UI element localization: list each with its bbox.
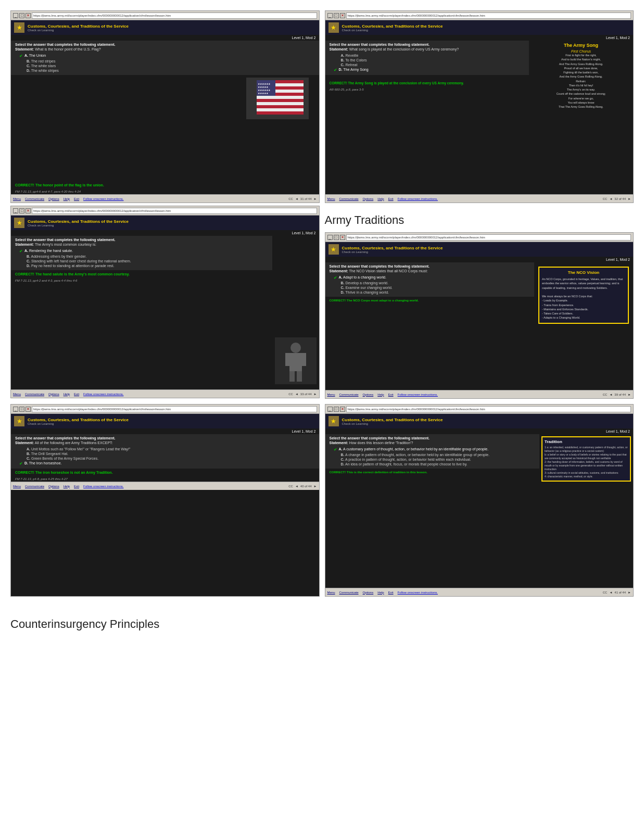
max-btn-3[interactable]: □ <box>19 208 24 213</box>
communicate-link-4[interactable]: Communicate <box>339 393 359 396</box>
options-link-5[interactable]: Options <box>48 485 59 488</box>
max-btn-5[interactable]: □ <box>19 407 24 412</box>
cc-label-4: CC <box>603 393 608 396</box>
min-btn-4[interactable]: _ <box>327 235 333 240</box>
communicate-link-5[interactable]: Communicate <box>25 485 44 488</box>
song-title: The Army Song <box>531 43 631 48</box>
nco-vision-title: The NCO Vision <box>542 270 625 275</box>
help-link-3[interactable]: Help <box>64 393 70 396</box>
header-title-3: Customs, Courtesies, and Traditions of t… <box>28 219 129 224</box>
max-btn-4[interactable]: □ <box>334 235 339 240</box>
min-btn-1[interactable]: _ <box>13 13 18 18</box>
min-btn-2[interactable]: _ <box>327 13 333 18</box>
options-link-1[interactable]: Options <box>48 197 59 200</box>
song-chorus: First Chorus <box>531 49 631 53</box>
exit-link-3[interactable]: Exit <box>74 393 79 396</box>
svg-rect-10 <box>257 108 304 111</box>
menu-link-5[interactable]: Menu <box>13 485 21 488</box>
help-link-4[interactable]: Help <box>377 393 384 396</box>
exit-link-1[interactable]: Exit <box>74 197 79 200</box>
answer-d-6: D. An idea or pattern of thought, focus,… <box>330 462 536 466</box>
answer-d-3: D. Pay no heed to standing at attention … <box>15 263 268 268</box>
question-instruction-5: Select the answer that completes the fol… <box>15 436 315 440</box>
next-arrow-4[interactable]: ► <box>628 393 631 396</box>
next-arrow-5[interactable]: ► <box>314 485 317 488</box>
army-star-3: ★ <box>14 218 24 228</box>
next-arrow-2[interactable]: ► <box>628 197 631 200</box>
army-star-5: ★ <box>14 416 24 426</box>
menu-link-1[interactable]: Menu <box>13 197 21 200</box>
communicate-link-3[interactable]: Communicate <box>25 393 44 396</box>
answer-b-1: B. The red stripes <box>15 59 315 64</box>
song-lyrics: First to fight for the right, And to bui… <box>531 53 631 109</box>
help-link-5[interactable]: Help <box>64 485 70 488</box>
exit-link-4[interactable]: Exit <box>388 393 394 396</box>
options-link-2[interactable]: Options <box>363 197 374 200</box>
url-bar-6[interactable]: https://jlwms.lms.army.mil/scorm/player/… <box>346 406 632 412</box>
max-btn-2[interactable]: □ <box>334 13 339 18</box>
level-badge-1: Level 1, Mod 2 <box>11 35 319 41</box>
page-container: _ □ ✕ https://jlwms.lms.army.mil/scorm/p… <box>10 10 634 631</box>
prev-arrow-1[interactable]: ◄ <box>295 197 298 200</box>
help-link-2[interactable]: Help <box>377 197 384 200</box>
close-btn-5[interactable]: ✕ <box>26 407 31 412</box>
reference-1: FM 7-21.13, pp4-6 and 4-7, para 4-20 thr… <box>11 189 319 194</box>
answer-b-4: B. Develop a changing world. <box>330 281 531 285</box>
url-bar-3[interactable]: https://jlwms.lms.army.mil/scorm/player/… <box>32 208 317 214</box>
prev-arrow-4[interactable]: ◄ <box>609 393 612 396</box>
correct-msg-3: CORRECT! The hand salute is the Army's m… <box>11 270 272 278</box>
close-btn-1[interactable]: ✕ <box>26 13 31 18</box>
min-btn-5[interactable]: _ <box>13 407 18 412</box>
menu-link-2[interactable]: Menu <box>327 197 335 200</box>
header-title-5: Customs, Courtesies, and Traditions of t… <box>28 418 129 422</box>
min-btn-3[interactable]: _ <box>13 208 18 213</box>
url-bar-2[interactable]: https://jlwms.lms.army.mil/scorm/player/… <box>346 12 632 19</box>
exit-link-5[interactable]: Exit <box>74 485 79 488</box>
menu-link-3[interactable]: Menu <box>13 393 21 396</box>
next-arrow-3[interactable]: ► <box>314 393 317 396</box>
options-link-4[interactable]: Options <box>363 393 374 396</box>
communicate-link-6[interactable]: Communicate <box>339 591 359 594</box>
exit-link-6[interactable]: Exit <box>388 591 394 594</box>
url-bar-1[interactable]: https://jlwms.lms.army.mil/scorm/player/… <box>32 12 317 19</box>
answer-b-3: B. Addressing others by their gender. <box>15 254 268 259</box>
header-subtitle-2: Check on Learning <box>342 29 443 32</box>
header-subtitle-6: Check on Learning <box>342 422 443 425</box>
communicate-link-2[interactable]: Communicate <box>339 197 359 200</box>
browser-bar-2: _ □ ✕ https://jlwms.lms.army.mil/scorm/p… <box>325 11 634 20</box>
right-col-2: Army Traditions _ □ ✕ https://jlwms.lms.… <box>325 206 634 399</box>
answer-b-5: B. The Drill Sergeant Hat. <box>15 451 315 456</box>
prev-arrow-3[interactable]: ◄ <box>295 393 298 396</box>
correct-msg-5: CORRECT! The iron horseshoe is not an Ar… <box>11 469 319 476</box>
options-link-3[interactable]: Options <box>48 393 59 396</box>
url-bar-4[interactable]: https://jlwms.lms.army.mil/scorm/player/… <box>346 234 632 241</box>
max-btn-1[interactable]: □ <box>19 13 24 18</box>
max-btn-6[interactable]: □ <box>334 407 339 412</box>
page-counter-6: CC ◄ 41 of 44 ► <box>603 591 631 594</box>
options-link-6[interactable]: Options <box>363 591 374 594</box>
close-btn-2[interactable]: ✕ <box>340 13 345 18</box>
help-link-1[interactable]: Help <box>64 197 70 200</box>
prev-arrow-5[interactable]: ◄ <box>295 485 298 488</box>
cc-label-1: CC <box>288 197 293 200</box>
answer-a-3: ✔ A. Rendering the hand salute. <box>15 248 268 254</box>
menu-link-6[interactable]: Menu <box>327 591 335 594</box>
min-btn-6[interactable]: _ <box>327 407 333 412</box>
prev-arrow-6[interactable]: ◄ <box>609 591 612 594</box>
svg-text:★★★★★: ★★★★★ <box>258 92 269 95</box>
follow-text-1: Follow onscreen instructions. <box>83 197 123 200</box>
communicate-link-1[interactable]: Communicate <box>25 197 44 200</box>
page-num-1: 31 of 44 <box>300 197 312 200</box>
exit-link-2[interactable]: Exit <box>388 197 394 200</box>
menu-link-4[interactable]: Menu <box>327 393 335 396</box>
close-btn-3[interactable]: ✕ <box>26 208 31 213</box>
prev-arrow-2[interactable]: ◄ <box>609 197 612 200</box>
url-bar-5[interactable]: https://jlwms.lms.army.mil/scorm/player/… <box>32 406 317 412</box>
close-btn-6[interactable]: ✕ <box>340 407 345 412</box>
header-subtitle-3: Check on Learning <box>28 224 129 227</box>
next-arrow-6[interactable]: ► <box>628 591 631 594</box>
close-btn-4[interactable]: ✕ <box>340 235 345 240</box>
help-link-6[interactable]: Help <box>377 591 384 594</box>
answer-c-5: C. Green Berets of the Army Special Forc… <box>15 456 315 461</box>
next-arrow-1[interactable]: ► <box>314 197 317 200</box>
